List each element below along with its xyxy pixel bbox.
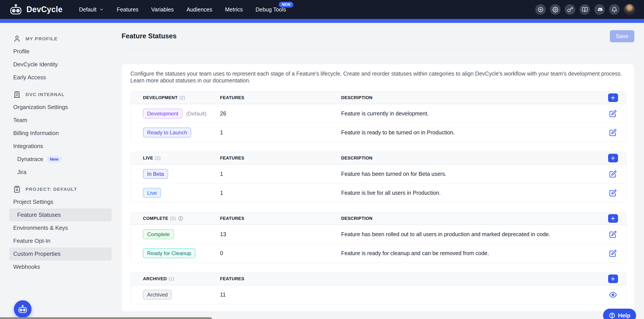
- edit-pencil-icon: [609, 129, 617, 136]
- edit-status-button[interactable]: [609, 129, 617, 136]
- edit-status-button[interactable]: [609, 189, 617, 197]
- status-badge: Live: [143, 188, 161, 198]
- sidebar-item-label: DevCycle Identity: [13, 61, 58, 68]
- description-column-header: DESCRIPTION: [341, 95, 600, 100]
- sidebar-item-environments-keys[interactable]: Environments & Keys: [9, 222, 112, 234]
- sidebar-item-feature-statuses[interactable]: Feature Statuses: [9, 208, 112, 222]
- nav-item-label: Audiences: [186, 6, 212, 13]
- status-badge-cell: Ready to Launch: [143, 128, 220, 138]
- nav-item-features[interactable]: Features: [110, 0, 145, 19]
- nav-item-metrics[interactable]: Metrics: [219, 0, 249, 19]
- info-icon[interactable]: [178, 216, 183, 221]
- bell-button[interactable]: [609, 4, 620, 15]
- sidebar-item-label: Webhooks: [13, 264, 40, 270]
- category-count: (2): [170, 216, 176, 221]
- table-header: DEVELOPMENT(2)FEATURESDESCRIPTION: [130, 92, 626, 104]
- header-divider: [122, 49, 634, 50]
- plus-circle-button[interactable]: [535, 4, 546, 15]
- status-description: Feature is ready to be turned on in Prod…: [341, 129, 600, 136]
- devcycle-logo[interactable]: DevCycle: [9, 4, 62, 15]
- edit-status-button[interactable]: [609, 170, 617, 178]
- project-selector-dropdown[interactable]: Default: [73, 0, 110, 19]
- sidebar-item-webhooks[interactable]: Webhooks: [9, 260, 112, 274]
- sidebar-item-label: Custom Properties: [13, 250, 60, 257]
- status-row: Ready for Cleanup0Feature is ready for c…: [130, 244, 626, 262]
- edit-status-button[interactable]: [609, 250, 617, 257]
- key-button[interactable]: [565, 4, 575, 15]
- sidebar-item-organization-settings[interactable]: Organization Settings: [9, 101, 112, 114]
- category-name: DEVELOPMENT: [143, 95, 178, 100]
- add-status-button[interactable]: [608, 154, 618, 162]
- features-count: 0: [220, 250, 341, 256]
- accent-bar: [0, 19, 644, 23]
- status-row: In Beta1Feature has been turned on for B…: [130, 164, 626, 183]
- features-column-header: FEATURES: [220, 156, 341, 160]
- features-count: 26: [220, 110, 341, 117]
- features-count: 1: [220, 171, 341, 177]
- status-badge-cell: Archived: [143, 290, 220, 300]
- nav-item-debug-tools[interactable]: Debug ToolsNEW: [249, 0, 292, 19]
- edit-status-button[interactable]: [609, 110, 617, 118]
- sidebar-item-jira[interactable]: Jira: [9, 166, 112, 179]
- status-row: Archived11: [130, 285, 626, 304]
- horizontal-scrollbar[interactable]: [0, 317, 212, 319]
- nav-item-variables[interactable]: Variables: [145, 0, 180, 19]
- category-count: (2): [155, 156, 160, 160]
- question-circle-icon: [609, 312, 615, 319]
- nav-item-label: Features: [117, 6, 138, 13]
- robot-logo-icon: [9, 4, 23, 15]
- sidebar-item-integrations[interactable]: Integrations: [9, 140, 112, 153]
- status-table-live: LIVE(2)FEATURESDESCRIPTIONIn Beta1Featur…: [130, 152, 626, 202]
- description-column-header: DESCRIPTION: [341, 156, 600, 160]
- category-name: ARCHIVED: [143, 276, 167, 281]
- discord-button[interactable]: [594, 4, 605, 15]
- docs-book-button[interactable]: [580, 4, 590, 15]
- status-badge: Archived: [143, 290, 172, 300]
- add-status-button[interactable]: [608, 214, 618, 223]
- save-button[interactable]: Save: [610, 30, 634, 42]
- sidebar-item-devcycle-identity[interactable]: DevCycle Identity: [9, 58, 112, 71]
- building-icon: [13, 91, 21, 98]
- sidebar-item-early-access[interactable]: Early Access: [9, 71, 112, 84]
- status-row: Live1Feature is live for all users in Pr…: [130, 183, 626, 202]
- status-badge: Development: [143, 108, 182, 119]
- sidebar-item-label: Team: [13, 117, 27, 124]
- user-avatar[interactable]: [624, 4, 635, 15]
- sidebar-item-project-settings[interactable]: Project Settings: [9, 196, 112, 208]
- sidebar-item-custom-properties[interactable]: Custom Properties: [9, 248, 112, 260]
- sidebar-item-team[interactable]: Team: [9, 114, 112, 127]
- help-button[interactable]: Help: [603, 309, 636, 319]
- sidebar-item-profile[interactable]: Profile: [9, 45, 112, 58]
- top-navbar: DevCycle Default FeaturesVariablesAudien…: [0, 0, 644, 19]
- view-status-button[interactable]: [609, 291, 617, 298]
- sidebar-item-dynatrace[interactable]: DynatraceNew: [9, 153, 112, 166]
- chevron-down-icon: [99, 7, 104, 12]
- status-badge-cell: Complete: [143, 229, 220, 240]
- features-count: 1: [220, 190, 341, 196]
- status-badge: Ready for Cleanup: [143, 248, 195, 258]
- discord-icon: [597, 6, 602, 12]
- sidebar-item-label: Feature Opt-In: [13, 238, 50, 244]
- sidebar-item-feature-opt-in[interactable]: Feature Opt-In: [9, 234, 112, 248]
- sidebar-item-label: Billing Information: [13, 130, 59, 136]
- gear-button[interactable]: [550, 4, 560, 15]
- sidebar-item-label: Integrations: [13, 143, 43, 150]
- nav-item-label: Variables: [151, 6, 174, 13]
- edit-status-button[interactable]: [609, 231, 617, 238]
- features-count: 13: [220, 231, 341, 238]
- assistant-robot-button[interactable]: [14, 300, 32, 318]
- category-column-header: DEVELOPMENT(2): [143, 95, 220, 100]
- description-column-header: DESCRIPTION: [341, 216, 600, 221]
- status-table-archived: ARCHIVED(1)FEATURESArchived11: [130, 272, 626, 304]
- edit-pencil-icon: [609, 231, 617, 238]
- add-status-button[interactable]: [608, 274, 618, 283]
- sidebar-section-label: MY PROFILE: [26, 36, 58, 42]
- features-count: 1: [220, 129, 341, 136]
- status-row: Complete13Feature has been rolled out to…: [130, 225, 626, 244]
- sidebar-item-billing-information[interactable]: Billing Information: [9, 127, 112, 140]
- add-status-button[interactable]: [608, 94, 618, 102]
- category-count: (1): [168, 276, 174, 281]
- nav-item-audiences[interactable]: Audiences: [180, 0, 219, 19]
- status-description: Feature has been rolled out to all users…: [341, 231, 600, 238]
- sidebar-item-label: Dynatrace: [17, 156, 44, 162]
